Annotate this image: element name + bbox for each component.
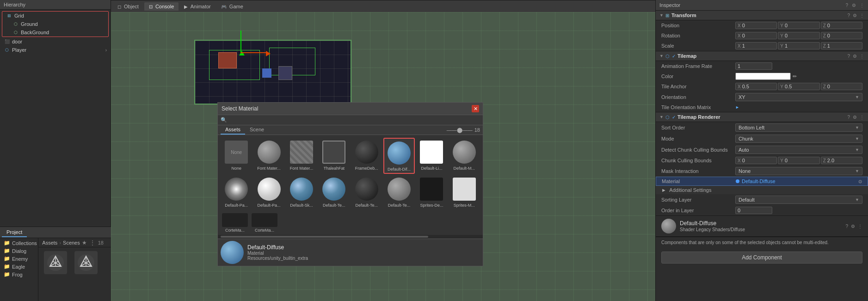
position-x-field[interactable]: X0 [735, 22, 777, 29]
diffuse-help-icon[interactable]: ? [845, 224, 848, 229]
hierarchy-item-background[interactable]: ⬡ BackGround [9, 28, 108, 37]
diffuse-overflow-icon[interactable]: ⋮ [858, 224, 862, 229]
transform-expand-arrow[interactable]: ▼ [659, 13, 664, 18]
inspector-help-icon[interactable]: ? [845, 3, 848, 8]
transform-settings-icon[interactable]: ⚙ [853, 13, 857, 18]
tab-animator[interactable]: ▶ Animator [179, 2, 215, 11]
search-icon: 🔍 [221, 117, 227, 123]
star-icon[interactable]: ★ [82, 240, 87, 246]
chunk-culling-y[interactable]: Y0 [778, 157, 819, 164]
additional-settings-expand[interactable]: ► [661, 187, 666, 193]
tilemap-renderer-help-icon[interactable]: ? [847, 115, 850, 120]
hierarchy-item-door[interactable]: ⬛ door [0, 37, 111, 46]
material-thumb-te1 [321, 176, 347, 202]
arrow-up-head [239, 51, 245, 55]
order-in-layer-field[interactable]: 0 [735, 207, 772, 214]
color-swatch[interactable] [735, 73, 791, 80]
options-icon[interactable]: ⋮ [90, 240, 95, 246]
transform-help-icon[interactable]: ? [847, 13, 850, 18]
orientation-matrix-expand[interactable]: ► [735, 105, 739, 110]
hierarchy-item-grid[interactable]: ⊞ Grid [2, 12, 108, 20]
sorting-layer-dropdown[interactable]: Default ▼ [735, 196, 862, 204]
tab-game[interactable]: 🎮 Game [216, 2, 248, 11]
material-default-pa1[interactable]: Default-Pa... [221, 175, 252, 209]
dialog-tab-assets[interactable]: Assets [221, 125, 245, 135]
scene-view[interactable]: Select Material ✕ 🔍 Assets Scene ——⬤— [111, 12, 655, 301]
material-framedeb[interactable]: FrameDeb... [351, 138, 382, 174]
project-folder-dialog[interactable]: 📁 Dialog [0, 247, 38, 255]
position-y-field[interactable]: Y0 [778, 22, 819, 29]
project-folder-frog[interactable]: 📁 Frog [0, 270, 38, 278]
scale-y-field[interactable]: Y1 [778, 42, 819, 49]
tilemap-enabled-checkbox[interactable]: ✓ [672, 54, 676, 59]
rotation-y-field[interactable]: Y0 [778, 32, 819, 39]
material-cortema-1[interactable]: CorteMa... [221, 212, 249, 234]
material-default-pa2[interactable]: Default-Pa... [253, 175, 284, 209]
material-pick-icon[interactable]: ⊙ [858, 179, 862, 184]
transform-overflow-icon[interactable]: ⋮ [860, 13, 864, 18]
material-default-te3[interactable]: Default-Te... [383, 175, 415, 209]
dialog-tab-group: Assets Scene [221, 125, 269, 135]
player-expand-arrow[interactable]: › [105, 48, 107, 53]
scale-x-field[interactable]: X1 [735, 42, 777, 49]
project-folder-enemy[interactable]: 📁 Enemy [0, 255, 38, 263]
dialog-scrollbar[interactable] [218, 235, 483, 239]
tilemap-help-icon[interactable]: ? [847, 54, 850, 59]
inspector-overflow-icon[interactable]: ⋮ [860, 3, 864, 8]
material-font-mater-1[interactable]: Font Mater... [253, 138, 284, 174]
tilemap-settings-icon[interactable]: ⚙ [853, 54, 857, 59]
add-component-button[interactable]: Add Component [661, 252, 862, 264]
sort-order-dropdown[interactable]: Bottom Left ▼ [735, 123, 862, 132]
dialog-search-input[interactable] [229, 117, 480, 123]
material-font-mater-2[interactable]: Font Mater... [286, 138, 317, 174]
hierarchy-item-player[interactable]: ⬡ Player › [0, 46, 111, 54]
material-default-diffuse[interactable]: Default-Dif... [383, 138, 415, 174]
tile-anchor-x[interactable]: X0.5 [735, 83, 777, 90]
tilemap-renderer-settings-icon[interactable]: ⚙ [853, 115, 857, 120]
rotation-z-field[interactable]: Z0 [821, 32, 862, 39]
material-none[interactable]: None None [221, 138, 252, 174]
tilemap-overflow-icon[interactable]: ⋮ [860, 54, 864, 59]
material-default-te1[interactable]: Default-Te... [318, 175, 350, 209]
mask-interaction-dropdown[interactable]: None ▼ [735, 167, 862, 175]
tilemap-renderer-enabled-checkbox[interactable]: ✓ [672, 115, 676, 120]
detect-chunk-dropdown[interactable]: Auto ▼ [735, 146, 862, 154]
tilemap-renderer-expand-arrow[interactable]: ▼ [659, 115, 664, 119]
tile-anchor-z[interactable]: Z0 [821, 83, 862, 90]
project-tab[interactable]: Project [2, 228, 27, 237]
zoom-slider[interactable]: ——⬤—— [447, 127, 473, 133]
position-xyz: X0 Y0 Z0 [735, 22, 862, 29]
tab-console[interactable]: ⊡ Console [144, 2, 179, 11]
chunk-culling-x[interactable]: X0 [735, 157, 777, 164]
material-cortema-2[interactable]: CorteMa... [250, 212, 279, 234]
rotation-x-field[interactable]: X0 [735, 32, 777, 39]
material-default-te2[interactable]: Default-Te... [351, 175, 382, 209]
animation-frame-rate-field[interactable]: 1 [735, 62, 772, 70]
mode-dropdown[interactable]: Chunk ▼ [735, 135, 862, 143]
material-default-li[interactable]: Default-Li... [416, 138, 447, 174]
tilemap-renderer-overflow-icon[interactable]: ⋮ [860, 115, 864, 120]
material-default-m[interactable]: Default-M... [449, 138, 480, 174]
material-sprites-de[interactable]: Sprites-De... [416, 175, 447, 209]
inspector-settings-icon[interactable]: ⚙ [852, 3, 856, 8]
project-asset-1[interactable] [42, 251, 69, 274]
project-folder-collections[interactable]: 📁 Collections [0, 239, 38, 247]
scrollbar-thumb[interactable] [221, 236, 428, 238]
color-picker-icon[interactable]: ✏ [793, 74, 797, 80]
tab-object[interactable]: ◻ Object [113, 2, 143, 11]
scale-z-field[interactable]: Z1 [821, 42, 862, 49]
dialog-tab-scene[interactable]: Scene [245, 125, 269, 135]
project-asset-2[interactable] [73, 251, 99, 274]
project-folder-eagle[interactable]: 📁 Eagle [0, 263, 38, 270]
tilemap-expand-arrow[interactable]: ▼ [659, 54, 664, 58]
dialog-close-button[interactable]: ✕ [472, 105, 479, 112]
diffuse-settings-icon[interactable]: ⚙ [851, 224, 855, 229]
position-z-field[interactable]: Z0 [821, 22, 862, 29]
chunk-culling-z[interactable]: Z2.0 [821, 157, 862, 164]
material-default-sk[interactable]: Default-Sk... [286, 175, 317, 209]
orientation-dropdown[interactable]: XY ▼ [735, 93, 862, 101]
hierarchy-item-ground[interactable]: ⬡ Ground [9, 20, 108, 28]
material-sprites-m[interactable]: Sprites-M... [449, 175, 480, 209]
material-thaleahfat[interactable]: ThaleahFat [318, 138, 350, 174]
tile-anchor-y[interactable]: Y0.5 [778, 83, 819, 90]
